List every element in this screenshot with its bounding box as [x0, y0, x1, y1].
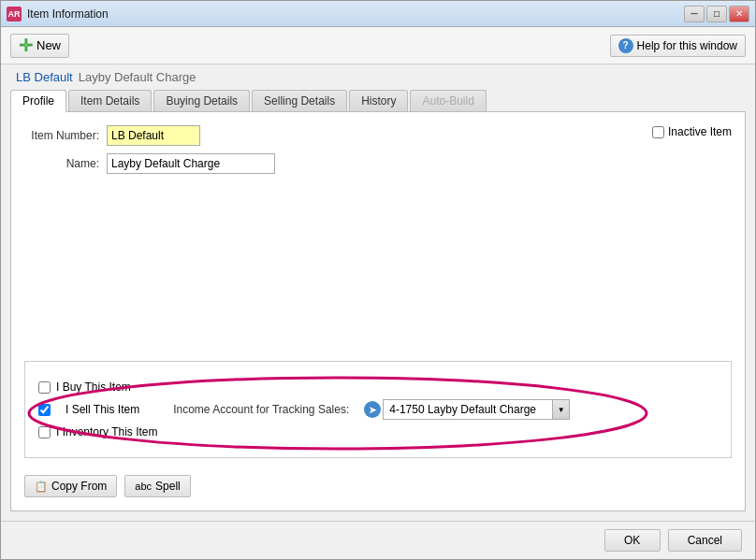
main-window: AR Item Information ─ □ ✕ ✛ New ? Help f… — [0, 0, 756, 560]
item-number-row: Item Number: — [24, 125, 275, 146]
checkboxes-section: I Buy This Item I Sell This Item Income … — [24, 361, 732, 458]
account-search-icon[interactable]: ➤ — [364, 401, 381, 418]
account-select-text: 4-1750 Layby Default Charge — [384, 403, 552, 416]
account-select-arrow[interactable]: ▼ — [552, 400, 569, 419]
minimize-button[interactable]: ─ — [684, 6, 705, 22]
spell-button[interactable]: abc Spell — [124, 475, 190, 497]
spell-label: Spell — [155, 480, 181, 493]
tab-buying-details[interactable]: Buying Details — [153, 90, 250, 111]
tab-item-details[interactable]: Item Details — [68, 90, 152, 111]
buy-checkbox[interactable] — [38, 381, 51, 394]
close-button[interactable]: ✕ — [729, 6, 749, 22]
toolbar: ✛ New ? Help for this window — [1, 27, 755, 65]
tab-content: Item Number: Name: Inactive Item — [10, 111, 746, 511]
inactive-row: Inactive Item — [652, 125, 732, 138]
name-label: Name: — [24, 157, 99, 170]
inactive-checkbox[interactable] — [652, 126, 664, 138]
help-label: Help for this window — [637, 39, 737, 52]
tab-auto-build: Auto-Build — [410, 90, 486, 111]
item-number-label: Item Number: — [24, 129, 99, 142]
app-icon: AR — [7, 7, 22, 22]
title-controls: ─ □ ✕ — [684, 6, 749, 22]
breadcrumb-separator: Layby Default Charge — [79, 70, 196, 84]
tab-selling-details[interactable]: Selling Details — [252, 90, 347, 111]
window-title: Item Information — [27, 7, 109, 21]
sell-row: I Sell This Item Income Account for Trac… — [38, 399, 718, 420]
income-account-label: Income Account for Tracking Sales: — [173, 403, 349, 416]
name-input[interactable] — [107, 153, 275, 174]
inventory-checkbox[interactable] — [38, 426, 51, 438]
plus-icon: ✛ — [19, 37, 33, 54]
help-button[interactable]: ? Help for this window — [610, 35, 746, 57]
spell-icon: abc — [135, 481, 152, 492]
inventory-label: I Inventory This Item — [56, 425, 158, 438]
breadcrumb: LB Default Layby Default Charge — [1, 65, 755, 90]
new-button-label: New — [36, 38, 61, 52]
help-icon: ? — [618, 38, 633, 53]
account-select[interactable]: 4-1750 Layby Default Charge ▼ — [383, 399, 570, 420]
cancel-button[interactable]: Cancel — [668, 529, 742, 552]
content-area: Profile Item Details Buying Details Sell… — [1, 90, 755, 521]
title-bar: AR Item Information ─ □ ✕ — [1, 1, 755, 27]
buy-label: I Buy This Item — [56, 381, 131, 394]
footer-bar: OK Cancel — [1, 521, 755, 559]
account-field-wrap: ➤ 4-1750 Layby Default Charge ▼ — [364, 399, 570, 420]
sell-checkbox[interactable] — [38, 404, 51, 416]
inactive-label: Inactive Item — [668, 125, 732, 138]
name-row: Name: — [24, 153, 275, 174]
ok-button[interactable]: OK — [604, 529, 661, 552]
bottom-buttons: 📋 Copy From abc Spell — [24, 467, 732, 497]
copy-icon: 📋 — [35, 481, 48, 493]
tab-bar: Profile Item Details Buying Details Sell… — [10, 90, 746, 111]
tab-history[interactable]: History — [349, 90, 408, 111]
title-bar-left: AR Item Information — [7, 7, 109, 22]
sell-label: I Sell This Item — [65, 403, 139, 416]
new-button[interactable]: ✛ New — [10, 34, 69, 58]
buy-row: I Buy This Item — [38, 381, 718, 394]
breadcrumb-link1[interactable]: LB Default — [16, 70, 73, 84]
copy-from-label: Copy From — [51, 480, 107, 493]
tab-profile[interactable]: Profile — [10, 90, 66, 112]
item-number-input[interactable] — [107, 125, 200, 146]
copy-from-button[interactable]: 📋 Copy From — [24, 475, 117, 497]
maximize-button[interactable]: □ — [706, 6, 727, 22]
inventory-row: I Inventory This Item — [38, 425, 718, 438]
toolbar-left: ✛ New — [10, 34, 69, 58]
